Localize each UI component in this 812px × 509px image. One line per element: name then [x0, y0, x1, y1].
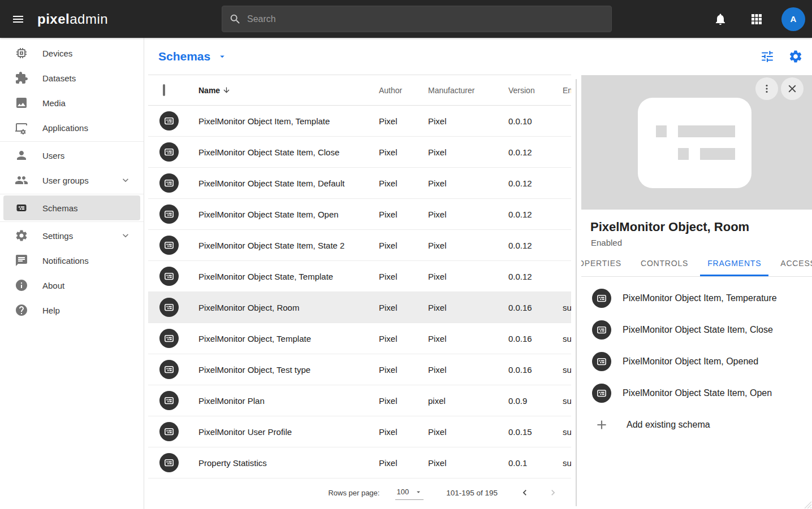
previous-page-button[interactable]: [517, 485, 533, 501]
table-scrollbar[interactable]: [576, 79, 577, 506]
column-header-enabled[interactable]: En: [551, 86, 571, 95]
sidebar-item-media[interactable]: Media: [3, 90, 140, 115]
schema-icon: [159, 236, 179, 255]
more-options-button[interactable]: [755, 77, 778, 100]
cell-manufacturer: Pixel: [428, 179, 508, 188]
page-title-dropdown[interactable]: Schemas: [158, 50, 227, 63]
tab-access[interactable]: ACCESS: [773, 259, 812, 276]
notifications-bell-icon[interactable]: [709, 8, 732, 31]
table-row[interactable]: PixelMonitor Object, Template Pixel Pixe…: [148, 323, 571, 354]
schema-icon: [159, 422, 179, 441]
tab-fragments[interactable]: FRAGMENTS: [700, 259, 768, 276]
schema-icon: [159, 298, 179, 317]
table-row[interactable]: PixelMonitor Object State Item, State 2 …: [148, 230, 571, 261]
schema-icon: [159, 360, 179, 379]
people-icon: [15, 173, 28, 187]
table-row[interactable]: PixelMonitor Object State, Template Pixe…: [148, 261, 571, 292]
panel-title: PixelMonitor Object, Room: [590, 220, 803, 234]
sidebar-item-schemas[interactable]: Schemas: [3, 195, 140, 220]
sidebar-item-devices[interactable]: Devices: [3, 41, 140, 66]
table-row[interactable]: PixelMonitor Plan Pixel pixel 0.0.9 su: [148, 385, 571, 416]
sidebar-item-applications[interactable]: Applications: [3, 115, 140, 140]
chevron-left-icon: [519, 487, 530, 498]
top-bar: pixeladmin A: [0, 0, 812, 38]
cell-version: 0.0.12: [508, 241, 551, 250]
menu-icon[interactable]: [8, 9, 28, 29]
schema-icon: [159, 111, 179, 130]
select-all-checkbox[interactable]: [163, 84, 165, 96]
cell-enabled: su: [551, 303, 571, 312]
schema-icon: [592, 352, 611, 371]
sidebar-item-notifications[interactable]: Notifications: [3, 248, 140, 273]
cell-version: 0.0.12: [508, 179, 551, 188]
cell-manufacturer: Pixel: [428, 458, 508, 468]
close-icon: [786, 82, 798, 95]
table-row[interactable]: PixelMonitor Object State Item, Open Pix…: [148, 199, 571, 230]
cell-name: PixelMonitor User Profile: [198, 427, 379, 437]
resize-grip-icon[interactable]: [802, 499, 811, 508]
column-header-manufacturer[interactable]: Manufacturer: [428, 86, 508, 95]
rows-per-page-label: Rows per page:: [328, 489, 379, 497]
sidebar-item-users[interactable]: Users: [3, 143, 140, 168]
rows-per-page-value: 100: [396, 488, 409, 496]
sidebar-item-help[interactable]: Help: [3, 298, 140, 323]
add-existing-schema-button[interactable]: Add existing schema: [581, 409, 812, 441]
cell-author: Pixel: [379, 272, 428, 281]
cell-version: 0.0.15: [508, 427, 551, 437]
fragments-list: PixelMonitor Object Item, Temperature Pi…: [581, 282, 812, 441]
sidebar-item-datasets[interactable]: Datasets: [3, 66, 140, 90]
search-box[interactable]: [222, 6, 612, 32]
cell-manufacturer: Pixel: [428, 334, 508, 343]
table-row[interactable]: PixelMonitor Object State Item, Close Pi…: [148, 137, 571, 168]
next-page-button[interactable]: [545, 485, 561, 501]
cell-version: 0.0.1: [508, 458, 551, 468]
person-icon: [15, 149, 28, 162]
table-row[interactable]: PixelMonitor Object Item, Template Pixel…: [148, 106, 571, 137]
schema-icon: [159, 329, 179, 348]
column-header-author[interactable]: Author: [379, 86, 428, 95]
sidebar-nav: Devices Datasets Media Applications User…: [0, 38, 144, 509]
kebab-menu-icon: [761, 83, 772, 94]
close-panel-button[interactable]: [781, 77, 804, 100]
fragment-item[interactable]: PixelMonitor Object State Item, Close: [581, 314, 812, 346]
table-row-selected[interactable]: PixelMonitor Object, Room Pixel Pixel 0.…: [148, 292, 571, 323]
fragment-item[interactable]: PixelMonitor Object Item, Opened: [581, 346, 812, 377]
sidebar-item-settings[interactable]: Settings: [3, 223, 140, 248]
cell-manufacturer: Pixel: [428, 272, 508, 281]
cell-version: 0.0.16: [508, 365, 551, 375]
schema-icon: [159, 267, 179, 286]
chip-icon: [15, 46, 28, 60]
sort-descending-icon: [222, 86, 231, 94]
cell-version: 0.0.12: [508, 147, 551, 157]
user-avatar[interactable]: A: [781, 7, 805, 31]
app-logo: pixeladmin: [37, 11, 108, 27]
schema-icon: [15, 201, 28, 215]
content-toolbar: Schemas: [144, 38, 812, 75]
table-row[interactable]: PixelMonitor Object, Test type Pixel Pix…: [148, 354, 571, 385]
cell-enabled: su: [551, 334, 571, 343]
schema-icon: [159, 173, 179, 193]
tab-controls[interactable]: CONTROLS: [633, 259, 696, 276]
column-header-name[interactable]: Name: [198, 86, 379, 95]
sidebar-item-about[interactable]: About: [3, 273, 140, 298]
cell-manufacturer: Pixel: [428, 427, 508, 437]
cell-manufacturer: Pixel: [428, 210, 508, 219]
table-row[interactable]: Property Statistics Pixel Pixel 0.0.1 su: [148, 447, 571, 478]
settings-gear-icon[interactable]: [788, 49, 803, 64]
search-input[interactable]: [247, 14, 604, 24]
column-header-version[interactable]: Version: [508, 86, 551, 95]
apps-grid-icon[interactable]: [745, 8, 768, 31]
schema-placeholder-glyph: [638, 98, 751, 188]
sidebar-item-user-groups[interactable]: User groups: [3, 168, 140, 193]
cell-name: PixelMonitor Object State Item, State 2: [198, 241, 379, 250]
table-row[interactable]: PixelMonitor User Profile Pixel Pixel 0.…: [148, 416, 571, 447]
fragment-item[interactable]: PixelMonitor Object State Item, Open: [581, 377, 812, 409]
tab-properties[interactable]: PROPERTIES: [581, 259, 629, 276]
rows-per-page-select[interactable]: 100: [395, 485, 424, 500]
table-row[interactable]: PixelMonitor Object State Item, Default …: [148, 168, 571, 199]
fragment-item[interactable]: PixelMonitor Object Item, Temperature: [581, 282, 812, 314]
cell-author: Pixel: [379, 458, 428, 468]
cell-manufacturer: Pixel: [428, 303, 508, 312]
filter-tune-icon[interactable]: [760, 49, 775, 64]
caret-down-icon: [217, 51, 227, 62]
